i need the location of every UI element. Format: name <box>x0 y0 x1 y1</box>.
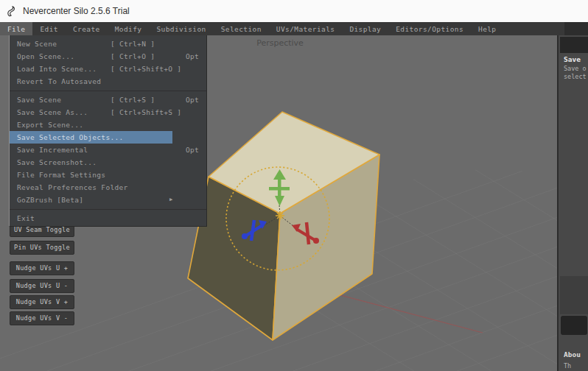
menubar-item-subdivision[interactable]: Subdivision <box>149 22 213 35</box>
opt-label[interactable]: Opt <box>186 93 199 106</box>
menu-item-export-scene[interactable]: Export Scene... <box>10 119 206 131</box>
app-logo-icon <box>7 6 17 17</box>
title-bar: Nevercenter Silo 2.5.6 Trial <box>0 0 588 22</box>
menubar-item-uvs-materials[interactable]: UVs/Materials <box>269 22 343 35</box>
menu-item-save-scene[interactable]: Save Scene [ Ctrl+S ] Opt <box>10 93 206 106</box>
about-text: Th <box>564 362 571 370</box>
menubar-item-selection[interactable]: Selection <box>214 22 269 35</box>
viewport-mode-label: Perspective <box>236 38 324 48</box>
shortcut-label: [ Ctrl+Shift+O ] <box>111 63 181 75</box>
menu-item-new-scene[interactable]: New Scene [ Ctrl+N ] <box>10 38 206 50</box>
shortcut-label: [ Ctrl+S ] <box>111 93 155 106</box>
menubar-item-display[interactable]: Display <box>342 22 388 35</box>
help-topic-description: Save o <box>564 65 587 72</box>
menubar-item-file[interactable]: File <box>0 22 32 35</box>
menubar-item-editors-options[interactable]: Editors/Options <box>388 22 471 35</box>
menubar-item-modify[interactable]: Modify <box>108 22 150 35</box>
menu-item-revert-to-autosaved[interactable]: Revert To Autosaved <box>10 75 206 88</box>
nudge-uvs-u-plus-button[interactable]: Nudge UVs U + <box>10 261 74 275</box>
submenu-arrow-icon: ▶ <box>169 194 173 206</box>
window-title: Nevercenter Silo 2.5.6 Trial <box>23 6 130 16</box>
menu-item-open-scene[interactable]: Open Scene... [ Ctrl+O ] Opt <box>10 50 206 63</box>
nudge-uvs-v-plus-button[interactable]: Nudge UVs V + <box>10 295 74 309</box>
help-topic-description: select <box>564 73 587 80</box>
menu-bar: File Edit Create Modify Subdivision Sele… <box>0 22 588 35</box>
file-menu-dropdown: New Scene [ Ctrl+N ] Open Scene... [ Ctr… <box>9 35 207 227</box>
help-panel-button[interactable] <box>561 316 587 335</box>
cube-mesh <box>188 112 379 340</box>
nudge-uvs-u-minus-button[interactable]: Nudge UVs U - <box>10 279 74 293</box>
shortcut-label: [ Ctrl+Shift+S ] <box>111 106 181 119</box>
menubar-item-help[interactable]: Help <box>471 22 503 35</box>
menu-item-load-into-scene[interactable]: Load Into Scene... [ Ctrl+Shift+O ] <box>10 63 206 75</box>
menu-item-exit[interactable]: Exit <box>10 212 206 225</box>
menu-separator <box>10 88 206 93</box>
nudge-uvs-v-minus-button[interactable]: Nudge UVs V - <box>10 311 74 325</box>
menu-item-save-incremental[interactable]: Save Incremental Opt <box>10 144 206 156</box>
menu-item-gozbrush[interactable]: GoZBrush [Beta] ▶ <box>10 194 206 206</box>
menu-item-save-scene-as[interactable]: Save Scene As... [ Ctrl+Shift+S ] <box>10 106 206 119</box>
help-panel-section <box>560 276 588 314</box>
help-topic-title: Save <box>564 55 581 63</box>
menubar-right-corner <box>564 22 588 35</box>
menubar-item-edit[interactable]: Edit <box>32 22 65 35</box>
menu-separator <box>10 206 206 212</box>
menubar-item-create[interactable]: Create <box>66 22 108 35</box>
about-title: Abou <box>564 350 581 358</box>
help-panel-header <box>560 37 588 53</box>
shortcut-label: [ Ctrl+N ] <box>111 38 155 50</box>
opt-label[interactable]: Opt <box>186 144 199 156</box>
pin-uvs-toggle-button[interactable]: Pin UVs Toggle <box>10 241 74 255</box>
shortcut-label: [ Ctrl+O ] <box>111 50 155 63</box>
menu-item-reveal-preferences-folder[interactable]: Reveal Preferences Folder <box>10 181 206 194</box>
opt-label[interactable]: Opt <box>186 50 199 63</box>
menu-item-save-screenshot[interactable]: Save Screenshot... <box>10 156 206 169</box>
menu-item-file-format-settings[interactable]: File Format Settings <box>10 169 206 181</box>
menu-item-save-selected-objects[interactable]: Save Selected Objects... <box>10 131 206 144</box>
help-panel: Save Save o select Abou Th <box>557 35 588 371</box>
